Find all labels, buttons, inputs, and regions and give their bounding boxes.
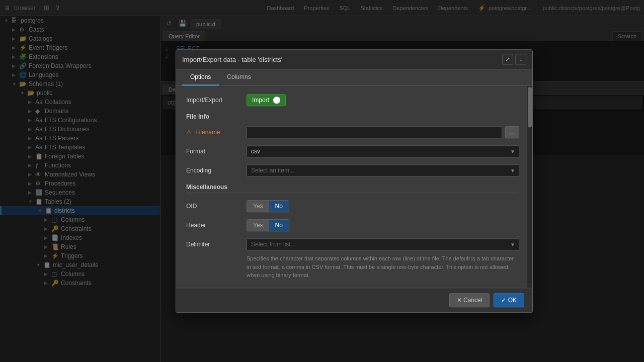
dialog-titlebar: Import/Export data - table 'districts' ⤢… (176, 50, 532, 69)
warning-triangle: ⚠ (186, 129, 192, 136)
cancel-button[interactable]: ✕ Cancel (449, 293, 490, 307)
delimiter-row: Delimiter Select from list... ▼ (186, 238, 519, 250)
maximize-button[interactable]: ⤢ (502, 54, 513, 65)
filename-input[interactable] (247, 126, 502, 138)
header-toggle[interactable]: Yes No (247, 219, 289, 231)
dialog-scrollbar-thumb (528, 87, 532, 127)
dialog-footer: ✕ Cancel ✓ OK (176, 288, 532, 312)
format-control: csv text binary ▼ (247, 145, 519, 157)
delimiter-hint: Specifies the character that separates c… (247, 254, 519, 280)
import-export-row: Import/Export Import (186, 94, 519, 106)
filename-control: ... (247, 126, 519, 138)
misc-header: Miscellaneous (186, 184, 519, 193)
delimiter-control: Select from list... ▼ (247, 238, 519, 250)
toggle-slider (273, 97, 280, 104)
oid-label: OID (186, 203, 247, 210)
encoding-label: Encoding (186, 167, 247, 174)
oid-toggle[interactable]: Yes No (247, 200, 289, 212)
header-control: Yes No (247, 219, 519, 231)
dialog-overlay: Import/Export data - table 'districts' ⤢… (0, 0, 644, 362)
oid-yes-btn[interactable]: Yes (247, 201, 269, 212)
dialog-scrollbar[interactable] (527, 86, 532, 288)
dialog-tab-options[interactable]: Options (182, 69, 219, 85)
encoding-control: Select an item... ▼ (247, 164, 519, 176)
import-export-dialog: Import/Export data - table 'districts' ⤢… (176, 49, 533, 313)
delimiter-label: Delimiter (186, 241, 247, 248)
dialog-title-buttons: ⤢ ↓ (502, 54, 526, 65)
dialog-body: Import/Export Import File Info ⚠ Filenam… (176, 86, 527, 288)
ok-button[interactable]: ✓ OK (494, 293, 524, 307)
format-select-wrapper: csv text binary ▼ (247, 145, 519, 157)
format-row: Format csv text binary ▼ (186, 145, 519, 157)
import-toggle[interactable]: Import (247, 94, 286, 106)
filename-row: ⚠ Filename ... (186, 126, 519, 138)
delimiter-select[interactable]: Select from list... (247, 238, 519, 250)
header-row: Header Yes No (186, 219, 519, 231)
format-label: Format (186, 148, 247, 155)
oid-control: Yes No (247, 200, 519, 212)
import-export-control: Import (247, 94, 519, 106)
dialog-tabs: Options Columns (176, 69, 532, 86)
oid-row: OID Yes No (186, 200, 519, 212)
oid-no-btn[interactable]: No (269, 201, 289, 212)
dialog-title: Import/Export data - table 'districts' (182, 56, 282, 63)
dialog-tab-columns[interactable]: Columns (219, 69, 259, 85)
header-no-btn[interactable]: No (269, 220, 289, 231)
browse-button[interactable]: ... (505, 126, 519, 138)
import-label: Import (252, 97, 269, 104)
filename-label: ⚠ Filename (186, 129, 247, 136)
encoding-select-wrapper: Select an item... ▼ (247, 164, 519, 176)
import-export-label: Import/Export (186, 97, 247, 104)
export-button[interactable]: ↓ (515, 54, 526, 65)
header-yes-btn[interactable]: Yes (247, 220, 269, 231)
format-select[interactable]: csv text binary (247, 145, 519, 157)
header-label: Header (186, 222, 247, 229)
delimiter-select-wrapper: Select from list... ▼ (247, 238, 519, 250)
encoding-select[interactable]: Select an item... (247, 164, 519, 176)
encoding-row: Encoding Select an item... ▼ (186, 164, 519, 176)
file-info-header: File Info (186, 113, 519, 120)
